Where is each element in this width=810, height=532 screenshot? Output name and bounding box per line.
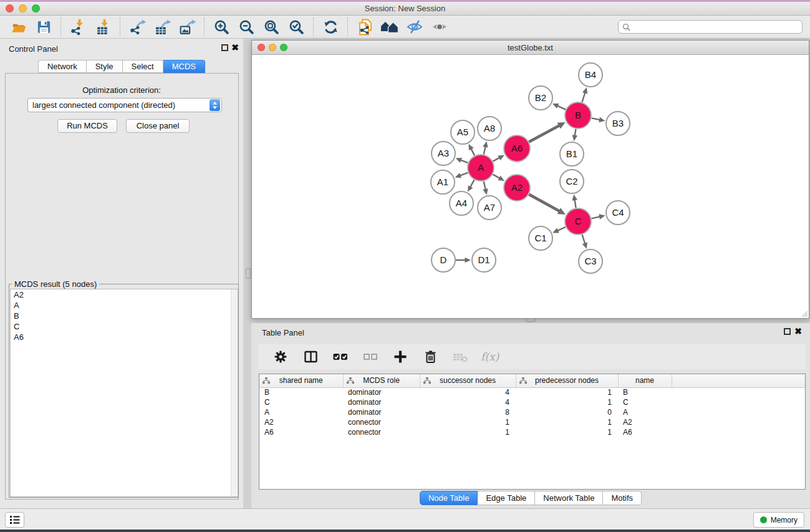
mcds-result-item[interactable]: A — [11, 300, 238, 311]
mcds-result-item[interactable]: A2 — [11, 289, 238, 300]
tab-network[interactable]: Network — [38, 60, 87, 73]
tab-style[interactable]: Style — [87, 60, 123, 73]
table-cell[interactable]: 1 — [516, 427, 618, 437]
table-row[interactable]: A2connector11A2 — [259, 417, 805, 427]
search-input[interactable] — [634, 22, 798, 31]
table-cell[interactable]: C — [259, 397, 343, 407]
export-image-icon[interactable] — [178, 17, 196, 36]
table-cell[interactable]: B — [259, 387, 343, 397]
run-mcds-button[interactable]: Run MCDS — [57, 119, 117, 133]
table-cell[interactable] — [672, 387, 805, 397]
vertical-splitter-handle[interactable] — [246, 268, 251, 279]
save-session-icon[interactable] — [34, 17, 53, 36]
table-cell[interactable] — [672, 397, 805, 407]
deselect-all-icon[interactable] — [361, 347, 380, 366]
tab-motifs[interactable]: Motifs — [603, 491, 642, 505]
mcds-result-item[interactable]: B — [11, 311, 238, 321]
graph-edge-A-A1[interactable] — [460, 173, 468, 176]
graph-edge-A-A5[interactable] — [471, 148, 475, 155]
table-cell[interactable] — [672, 417, 805, 427]
table-cell[interactable]: 4 — [420, 397, 516, 407]
export-network-icon[interactable] — [128, 17, 147, 36]
table-cell[interactable] — [672, 427, 805, 437]
add-row-icon[interactable] — [391, 347, 410, 366]
mcds-result-item[interactable]: A6 — [11, 332, 238, 342]
table-cell[interactable]: A — [259, 407, 343, 417]
table-cell[interactable]: 8 — [420, 407, 516, 417]
tab-select[interactable]: Select — [123, 60, 163, 73]
zoom-fit-icon[interactable] — [262, 17, 281, 36]
graph-edge-C-C1[interactable] — [557, 227, 566, 231]
table-row[interactable]: Cdominator41C — [259, 397, 805, 407]
show-graphics-icon[interactable] — [430, 17, 449, 36]
table-cell[interactable]: 1 — [420, 417, 516, 427]
scrollbar-track[interactable] — [231, 289, 238, 496]
zoom-out-icon[interactable] — [237, 17, 256, 36]
graph-edge-B-B3[interactable] — [592, 118, 601, 120]
mcds-result-item[interactable]: C — [11, 321, 238, 332]
table-cell[interactable]: A6 — [618, 427, 672, 437]
graph-edge-C-C4[interactable] — [591, 216, 600, 218]
table-close-panel-icon[interactable]: ✖ — [794, 326, 802, 336]
table-cell[interactable]: B — [618, 387, 672, 397]
column-header-predecessor-nodes[interactable]: predecessor nodes — [516, 374, 618, 387]
graph-edge-A2-C[interactable] — [529, 195, 560, 211]
task-history-button[interactable] — [5, 512, 24, 528]
graph-edge-A-A3[interactable] — [460, 160, 468, 163]
hide-graphics-icon[interactable] — [405, 17, 424, 36]
graph-edge-C-C3[interactable] — [582, 235, 586, 244]
tab-edge-table[interactable]: Edge Table — [478, 491, 535, 505]
mcds-result-list[interactable]: A2ABCA6 — [10, 289, 238, 497]
column-header-blank[interactable] — [672, 374, 805, 387]
table-cell[interactable]: A2 — [259, 417, 343, 427]
zoom-in-icon[interactable] — [212, 17, 231, 36]
column-header-name[interactable]: name — [618, 374, 672, 387]
graph-edge-C-C2[interactable] — [574, 199, 576, 208]
select-all-icon[interactable] — [331, 347, 350, 366]
table-cell[interactable]: dominator — [343, 397, 420, 407]
tab-network-table[interactable]: Network Table — [535, 491, 603, 505]
column-header-shared-name[interactable]: shared name — [259, 374, 343, 387]
table-cell[interactable] — [672, 407, 805, 417]
import-table-icon[interactable] — [94, 17, 112, 36]
table-row[interactable]: A6connector11A6 — [259, 427, 805, 437]
criterion-dropdown[interactable]: largest connected component (directed) — [27, 98, 222, 112]
network-canvas[interactable]: B4B2BB3A5A8A6B1A3AA1C2A2A4A7C4CC1C3DD1 — [252, 55, 809, 318]
delete-row-icon[interactable] — [421, 347, 440, 366]
table-cell[interactable]: dominator — [343, 387, 420, 397]
table-cell[interactable]: 1 — [420, 427, 516, 437]
memory-button[interactable]: Memory — [753, 512, 804, 528]
table-cell[interactable]: 1 — [516, 387, 618, 397]
table-settings-icon[interactable] — [271, 347, 290, 366]
tab-mcds[interactable]: MCDS — [163, 60, 205, 73]
table-cell[interactable]: A2 — [618, 417, 672, 427]
table-row[interactable]: Adominator80A — [259, 407, 805, 417]
table-cell[interactable]: 4 — [420, 387, 516, 397]
table-cell[interactable]: 1 — [516, 397, 618, 407]
close-panel-button[interactable]: Close panel — [126, 119, 190, 133]
table-cell[interactable]: A6 — [259, 427, 343, 437]
table-cell[interactable]: C — [618, 397, 672, 407]
split-columns-icon[interactable] — [301, 347, 320, 366]
table-cell[interactable]: connector — [343, 427, 420, 437]
graph-edge-B-B2[interactable] — [557, 105, 566, 110]
graph-edge-A6-B[interactable] — [529, 125, 560, 142]
close-panel-icon[interactable]: ✖ — [231, 42, 239, 52]
table-cell[interactable]: connector — [343, 417, 420, 427]
table-cell[interactable]: dominator — [343, 407, 420, 417]
import-network-icon[interactable] — [69, 17, 87, 36]
column-header-MCDS-role[interactable]: MCDS role — [343, 374, 420, 387]
table-cell[interactable]: 0 — [516, 407, 618, 417]
export-table-icon[interactable] — [153, 17, 171, 36]
graph-edge-A-A8[interactable] — [484, 146, 486, 155]
search-box[interactable] — [618, 20, 803, 34]
graph-edge-A-A4[interactable] — [470, 180, 475, 188]
table-cell[interactable]: 1 — [516, 417, 618, 427]
column-header-successor-nodes[interactable]: successor nodes — [420, 374, 516, 387]
table-row[interactable]: Bdominator41B — [259, 387, 805, 397]
table-float-panel-icon[interactable] — [784, 328, 791, 335]
graph-edge-A-A7[interactable] — [484, 181, 486, 190]
tab-node-table[interactable]: Node Table — [420, 491, 478, 505]
resize-grip-icon[interactable] — [800, 309, 808, 317]
table-cell[interactable]: A — [618, 407, 672, 417]
